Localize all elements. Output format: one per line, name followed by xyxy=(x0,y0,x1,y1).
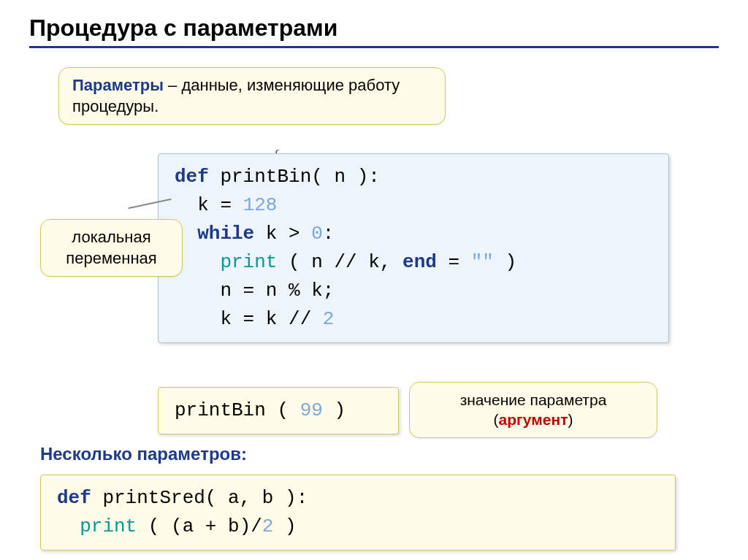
arg-line1: значение параметра xyxy=(460,391,607,408)
title-underline xyxy=(29,46,719,48)
subtitle-multiple-params: Несколько параметров: xyxy=(40,444,247,464)
arg-keyword: аргумент xyxy=(499,411,568,428)
callout-local-variable: локальная переменная xyxy=(40,219,183,277)
callout-argument: значение параметра (аргумент) xyxy=(409,382,657,438)
code-procedure: def printBin( n ): k = 128 while k > 0: … xyxy=(158,153,669,343)
params-keyword: Параметры xyxy=(72,76,164,94)
code-printsred: def printSred( a, b ): print ( (a + b)/2… xyxy=(40,475,676,551)
page-title: Процедура с параметрами xyxy=(29,15,719,42)
callout-parameters: Параметры – данные, изменяющие работу пр… xyxy=(58,67,446,125)
code-call: printBin ( 99 ) xyxy=(158,387,399,434)
